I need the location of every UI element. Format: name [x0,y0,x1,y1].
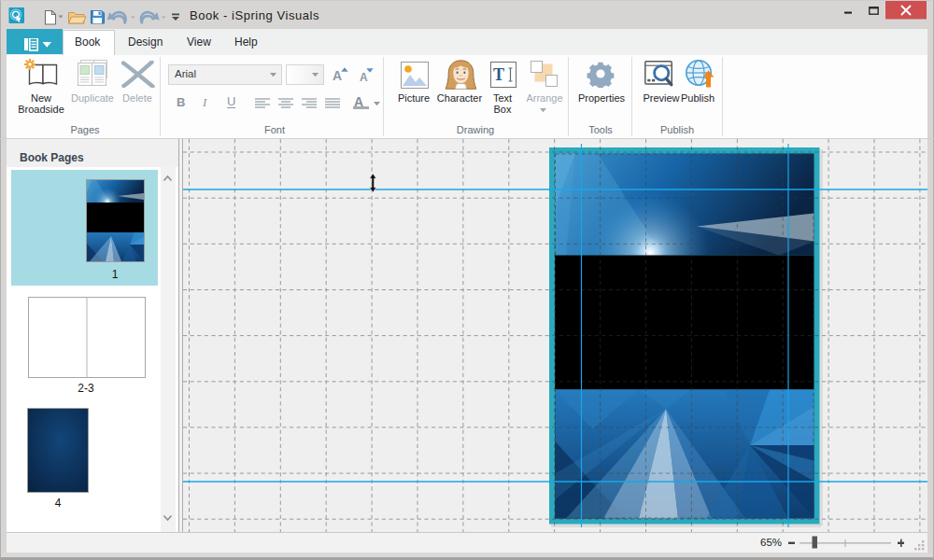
svg-text:T: T [493,65,504,84]
